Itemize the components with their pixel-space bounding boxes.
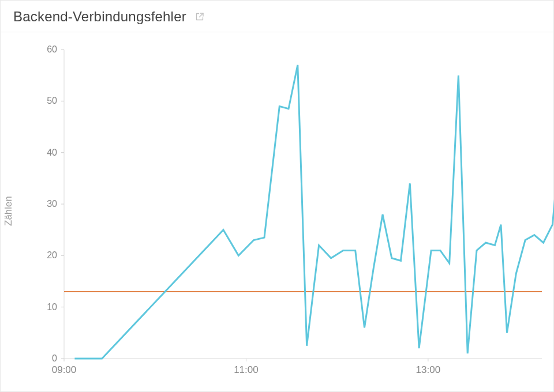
line-chart-svg [64, 44, 542, 361]
y-tick-label: 50 [34, 96, 57, 106]
y-tick-label: 60 [34, 44, 57, 55]
chart-area: Zählen 0102030405060 09:0011:0013:00 [1, 32, 553, 390]
y-tick-label: 20 [34, 250, 57, 261]
x-tick-label: 09:00 [52, 364, 77, 376]
y-tick-label: 30 [34, 199, 57, 209]
data-series-line [74, 65, 554, 359]
external-link-icon[interactable] [194, 12, 205, 22]
y-tick-label: 0 [34, 353, 57, 364]
x-axis-ticks: 09:0011:0013:00 [41, 364, 542, 378]
x-tick-label: 13:00 [416, 364, 441, 376]
panel-header: Backend-Verbindungsfehler [1, 1, 553, 32]
chart-panel: Backend-Verbindungsfehler Zählen 0102030… [0, 0, 554, 392]
y-axis-label: Zählen [3, 196, 14, 226]
panel-title: Backend-Verbindungsfehler [13, 9, 186, 25]
y-tick-label: 10 [34, 302, 57, 312]
y-tick-label: 40 [34, 148, 57, 158]
plot-region[interactable]: 0102030405060 09:0011:0013:00 [41, 44, 542, 361]
y-axis-ticks: 0102030405060 [34, 44, 57, 361]
x-tick-label: 11:00 [234, 364, 259, 376]
